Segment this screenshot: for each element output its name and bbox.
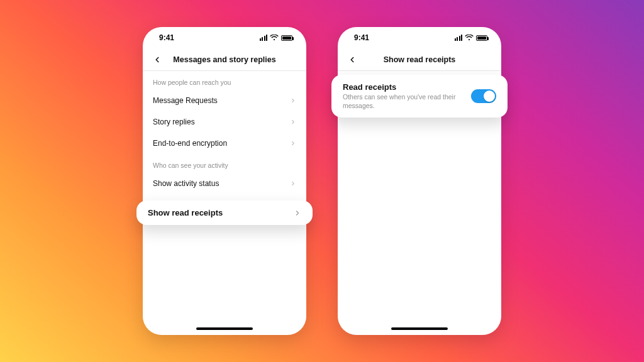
row-label: Story replies <box>153 118 195 126</box>
chevron-right-icon <box>290 180 296 187</box>
row-label: Message Requests <box>153 96 218 105</box>
section-header-reach: How people can reach you <box>143 71 306 90</box>
status-time: 9:41 <box>354 33 369 42</box>
chevron-right-icon <box>290 119 296 125</box>
page-title: Messages and story replies <box>173 55 275 64</box>
read-receipts-card: Read receipts Others can see when you've… <box>331 75 508 118</box>
row-show-read-receipts[interactable]: Show read receipts <box>136 200 313 225</box>
status-bar: 9:41 <box>143 27 306 48</box>
back-button[interactable] <box>347 54 358 65</box>
row-label: End-to-end encryption <box>153 139 227 148</box>
battery-icon <box>281 35 292 41</box>
row-show-activity-status[interactable]: Show activity status <box>143 173 306 194</box>
row-label: Show read receipts <box>148 208 223 217</box>
status-indicators <box>260 35 293 41</box>
toggle-knob <box>484 90 495 102</box>
highlight-callout: Show read receipts <box>136 200 313 225</box>
home-indicator <box>196 327 253 330</box>
chevron-right-icon <box>290 97 296 104</box>
phone-messages-settings: 9:41 Messages and story replies How peop… <box>143 27 306 335</box>
phone-read-receipts: 9:41 Show read receipts Read receipts Ot… <box>338 27 501 335</box>
page-title: Show read receipts <box>384 55 456 64</box>
nav-bar: Show read receipts <box>338 48 501 71</box>
row-label: Show activity status <box>153 179 219 188</box>
status-indicators <box>455 35 488 41</box>
chevron-left-icon <box>153 55 162 64</box>
row-message-requests[interactable]: Message Requests <box>143 90 306 111</box>
home-indicator <box>391 327 448 330</box>
chevron-right-icon <box>290 140 296 146</box>
cellular-icon <box>455 35 463 41</box>
row-story-replies[interactable]: Story replies <box>143 111 306 133</box>
battery-icon <box>476 35 487 41</box>
chevron-right-icon <box>294 209 301 217</box>
setting-description: Others can see when you've read their me… <box>343 93 456 110</box>
status-bar: 9:41 <box>338 27 501 48</box>
setting-title: Read receipts <box>343 82 456 92</box>
status-time: 9:41 <box>159 33 174 42</box>
row-end-to-end-encryption[interactable]: End-to-end encryption <box>143 133 306 154</box>
wifi-icon <box>270 35 279 41</box>
read-receipts-toggle[interactable] <box>471 89 496 103</box>
wifi-icon <box>465 35 474 41</box>
section-header-activity: Who can see your activity <box>143 154 306 173</box>
nav-bar: Messages and story replies <box>143 48 306 71</box>
chevron-left-icon <box>348 55 357 64</box>
cellular-icon <box>260 35 268 41</box>
back-button[interactable] <box>152 54 163 65</box>
gradient-background: 9:41 Messages and story replies How peop… <box>0 0 644 362</box>
